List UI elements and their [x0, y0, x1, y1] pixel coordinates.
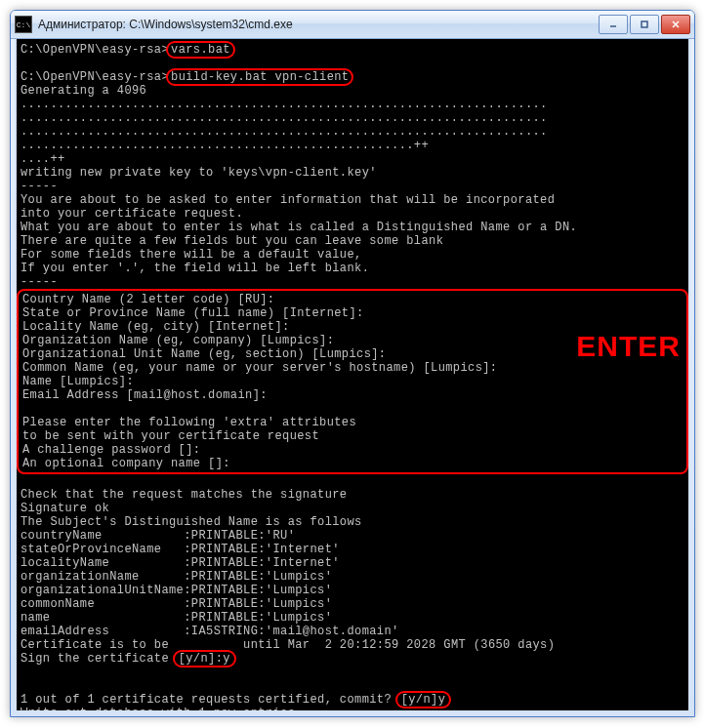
window-title: Администратор: C:\Windows\system32\cmd.e… [38, 18, 599, 31]
output-line: What you are about to enter is what is c… [21, 221, 577, 234]
cmd-icon: C:\ [15, 16, 32, 33]
output-line: emailAddress :IA5STRING:'mail@host.domai… [21, 625, 399, 638]
output-line: There are quite a few fields but you can… [21, 234, 443, 248]
enter-annotation: ENTER [576, 340, 681, 353]
prompt-field: An optional company name []: [22, 457, 230, 470]
prompt: C:\OpenVPN\easy-rsa> [21, 43, 169, 57]
prompt-field: A challenge password []: [22, 443, 200, 457]
command-highlight-1: vars.bat [166, 41, 235, 59]
prompt-field: Email Address [mail@host.domain]: [22, 388, 268, 402]
output-line: stateOrProvinceName :PRINTABLE:'Internet… [21, 543, 340, 556]
output-line: ----- [21, 275, 58, 289]
prompt-field: Organization Name (eg, company) [Lumpics… [22, 334, 334, 347]
commit-yn-highlight: [y/n]y [395, 691, 452, 708]
dn-fields-highlight: Country Name (2 letter code) [RU]: State… [17, 289, 688, 474]
output-line: ........................................… [21, 98, 548, 111]
output-line: organizationalUnitName:PRINTABLE:'Lumpic… [21, 584, 332, 597]
output-line: name :PRINTABLE:'Lumpics' [21, 611, 332, 625]
output-line: Write out database with 1 new entries [21, 707, 295, 712]
output-line: writing new private key to 'keys\vpn-cli… [21, 166, 377, 180]
minimize-button[interactable] [599, 15, 628, 34]
output-line: Signature ok [21, 502, 109, 515]
prompt-field: Country Name (2 letter code) [RU]: [22, 293, 274, 306]
output-line: Sign the certificate [21, 652, 177, 666]
output-line: ........................................… [21, 139, 429, 152]
prompt-field: Locality Name (eg, city) [Internet]: [22, 320, 290, 334]
output-line: Please enter the following 'extra' attri… [22, 416, 356, 429]
output-line: ----- [21, 180, 58, 193]
prompt-field: Common Name (eg, your name or your serve… [22, 361, 497, 375]
output-line: Generating a 4096 [21, 84, 154, 98]
output-line: If you enter '.', the field will be left… [21, 262, 369, 275]
command-highlight-2: build-key.bat vpn-client [166, 68, 353, 86]
output-line: organizationName :PRINTABLE:'Lumpics' [21, 570, 332, 584]
prompt-field: State or Province Name (full name) [Inte… [22, 306, 364, 320]
prompt-field: Name [Lumpics]: [22, 375, 134, 388]
close-button[interactable] [661, 15, 690, 34]
output-line: ........................................… [21, 125, 548, 139]
output-line: into your certificate request. [21, 207, 243, 221]
window-controls [599, 15, 690, 34]
prompt: C:\OpenVPN\easy-rsa> [21, 70, 169, 84]
svg-rect-1 [642, 21, 647, 27]
titlebar[interactable]: C:\ Администратор: C:\Windows\system32\c… [11, 11, 694, 39]
output-line: to be sent with your certificate request [22, 429, 319, 443]
output-line: The Subject's Distinguished Name is as f… [21, 515, 362, 529]
output-line: commonName :PRINTABLE:'Lumpics' [21, 597, 332, 611]
output-line: For some fields there will be a default … [21, 248, 362, 262]
output-line: ....++ [21, 152, 65, 166]
sign-yn-highlight: [y/n]:y [173, 650, 236, 667]
prompt-field: Organizational Unit Name (eg, section) [… [22, 347, 386, 361]
output-line: localityName :PRINTABLE:'Internet' [21, 556, 340, 570]
maximize-button[interactable] [630, 15, 659, 34]
output-line: Certificate is to be [21, 638, 177, 652]
console-output[interactable]: C:\OpenVPN\easy-rsa>vars.bat C:\OpenVPN\… [15, 39, 690, 712]
output-line: ........................................… [21, 111, 548, 125]
cmd-window: C:\ Администратор: C:\Windows\system32\c… [10, 10, 695, 717]
output-line: 1 out of 1 certificate requests certifie… [21, 693, 399, 707]
output-line: Check that the request matches the signa… [21, 488, 347, 502]
output-line: You are about to be asked to enter infor… [21, 193, 555, 207]
output-line: countryName :PRINTABLE:'RU' [21, 529, 295, 543]
output-line: until Mar 2 20:12:59 2028 GMT (3650 days… [243, 638, 555, 652]
